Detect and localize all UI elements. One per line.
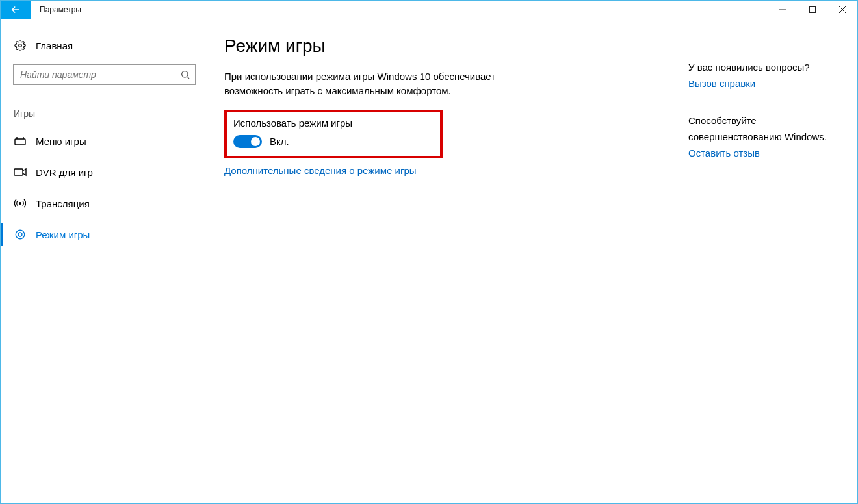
maximize-icon (809, 6, 816, 13)
sidebar-item-broadcast[interactable]: Трансляция (1, 188, 209, 219)
search-input[interactable] (13, 64, 196, 85)
sidebar-item-game-menu[interactable]: Меню игры (1, 125, 209, 157)
svg-rect-3 (15, 139, 25, 145)
svg-point-7 (18, 233, 22, 236)
game-mode-toggle[interactable] (233, 135, 262, 148)
main-panel: Режим игры При использовании режима игры… (209, 19, 688, 503)
questions-title: У вас появились вопросы? (688, 62, 844, 73)
page-title: Режим игры (224, 36, 688, 57)
window-title: Параметры (40, 5, 81, 14)
improve-text-1: Способствуйте (688, 115, 844, 126)
feedback-link[interactable]: Оставить отзыв (688, 147, 844, 158)
right-column: У вас появились вопросы? Вызов справки С… (688, 19, 857, 503)
toggle-row: Вкл. (233, 135, 434, 148)
sidebar-item-game-dvr[interactable]: DVR для игр (1, 157, 209, 188)
svg-point-2 (182, 71, 188, 77)
sidebar-item-game-mode[interactable]: Режим игры (1, 219, 209, 250)
improve-text-2: совершенствованию Windows. (688, 131, 844, 142)
svg-point-5 (20, 203, 21, 205)
svg-point-6 (16, 230, 25, 239)
sidebar-section-label: Игры (14, 108, 209, 119)
toggle-state: Вкл. (270, 136, 289, 147)
game-mode-icon (14, 229, 27, 240)
sidebar-item-label: Режим игры (36, 229, 90, 240)
more-info-link[interactable]: Дополнительные сведения о режиме игры (224, 165, 688, 176)
dvr-icon (14, 168, 27, 177)
sidebar-item-label: DVR для игр (36, 167, 93, 178)
search-wrap (13, 64, 196, 85)
toggle-label: Использовать режим игры (233, 118, 434, 129)
maximize-button[interactable] (798, 1, 827, 19)
back-button[interactable] (1, 1, 31, 19)
minimize-icon (779, 6, 786, 13)
svg-rect-0 (810, 7, 816, 13)
arrow-left-icon (10, 4, 21, 16)
help-link[interactable]: Вызов справки (688, 78, 844, 89)
sidebar-item-label: Меню игры (36, 136, 86, 147)
svg-rect-4 (14, 169, 23, 175)
sidebar-item-label: Трансляция (36, 198, 90, 209)
game-bar-icon (14, 136, 27, 145)
highlight-box: Использовать режим игры Вкл. (224, 110, 443, 158)
svg-point-1 (19, 44, 22, 47)
home-label: Главная (36, 40, 73, 51)
window-controls (768, 1, 857, 19)
titlebar: Параметры (1, 1, 857, 19)
minimize-button[interactable] (768, 1, 798, 19)
close-icon (839, 6, 846, 13)
sidebar: Главная Игры Меню игры DVR для игр (1, 19, 209, 503)
feedback-block: Способствуйте совершенствованию Windows.… (688, 115, 844, 158)
help-block: У вас появились вопросы? Вызов справки (688, 62, 844, 89)
search-icon (180, 69, 190, 80)
page-description: При использовании режима игры Windows 10… (224, 69, 497, 98)
close-button[interactable] (827, 1, 857, 19)
home-nav[interactable]: Главная (1, 36, 209, 55)
gear-icon (14, 40, 27, 51)
broadcast-icon (14, 197, 27, 209)
